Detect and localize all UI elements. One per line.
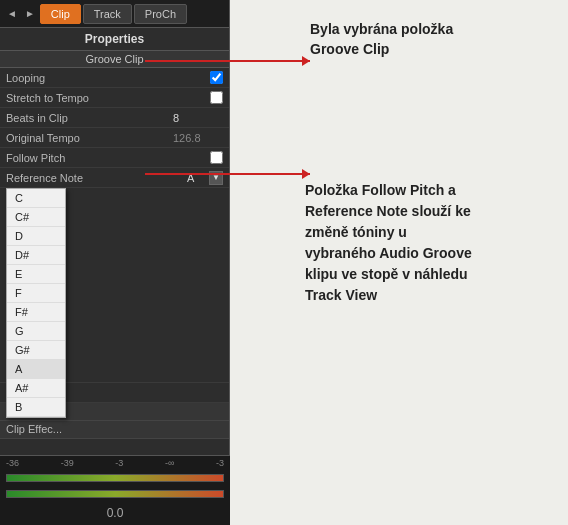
note-dropdown-menu: C C# D D# E F F# G G# A A# B bbox=[6, 188, 66, 418]
back-arrow[interactable]: ◄ bbox=[4, 6, 20, 21]
meter-bars-2 bbox=[0, 486, 230, 502]
annotation-follow-pitch: Položka Follow Pitch aReference Note slo… bbox=[305, 180, 558, 306]
bottom-meter: -36 -39 -3 -∞ -3 0.0 bbox=[0, 455, 230, 525]
annotation-2-text: Položka Follow Pitch aReference Note slo… bbox=[305, 182, 472, 303]
reference-note-row: Reference Note A ▼ C C# D D# E F F# G G#… bbox=[0, 168, 229, 188]
meter-scale: -36 -39 -3 -∞ -3 bbox=[0, 456, 230, 470]
original-tempo-value: 126.8 bbox=[173, 132, 223, 144]
looping-row: Looping bbox=[0, 68, 229, 88]
tab-proch[interactable]: ProCh bbox=[134, 4, 187, 24]
arrow-groove-clip bbox=[145, 60, 310, 62]
scale-mid: -39 bbox=[61, 458, 74, 468]
note-option-D[interactable]: D bbox=[7, 227, 65, 246]
stretch-checkbox[interactable] bbox=[210, 91, 223, 104]
annotation-1-text: Byla vybrána položkaGroove Clip bbox=[310, 21, 453, 57]
meter-bar-1 bbox=[6, 474, 224, 482]
stretch-label: Stretch to Tempo bbox=[6, 92, 210, 104]
beats-row: Beats in Clip 8 bbox=[0, 108, 229, 128]
note-option-A[interactable]: A bbox=[7, 360, 65, 379]
note-option-E[interactable]: E bbox=[7, 265, 65, 284]
follow-pitch-checkbox[interactable] bbox=[210, 151, 223, 164]
looping-label: Looping bbox=[6, 72, 210, 84]
meter-bars bbox=[0, 470, 230, 486]
inf-right: -∞ bbox=[165, 458, 174, 468]
tab-bar: ◄ ► Clip Track ProCh bbox=[0, 0, 229, 28]
follow-pitch-row: Follow Pitch bbox=[0, 148, 229, 168]
arrow-head-1 bbox=[302, 56, 310, 66]
clip-effects-section[interactable]: Clip Effec... bbox=[0, 421, 229, 439]
note-option-C[interactable]: C bbox=[7, 189, 65, 208]
scale-left: -36 bbox=[6, 458, 19, 468]
arrow-follow-pitch bbox=[145, 173, 310, 175]
scale-far-right: -3 bbox=[216, 458, 224, 468]
follow-pitch-label: Follow Pitch bbox=[6, 152, 210, 164]
level-display: 0.0 bbox=[0, 502, 230, 524]
meter-bar-2 bbox=[6, 490, 224, 498]
note-option-Fs[interactable]: F# bbox=[7, 303, 65, 322]
note-option-As[interactable]: A# bbox=[7, 379, 65, 398]
looping-checkbox[interactable] bbox=[210, 71, 223, 84]
note-option-G[interactable]: G bbox=[7, 322, 65, 341]
note-option-B[interactable]: B bbox=[7, 398, 65, 417]
properties-header: Properties bbox=[0, 28, 229, 50]
tab-clip[interactable]: Clip bbox=[40, 4, 81, 24]
note-option-Cs[interactable]: C# bbox=[7, 208, 65, 227]
forward-arrow[interactable]: ► bbox=[22, 6, 38, 21]
annotation-groove-clip: Byla vybrána položkaGroove Clip bbox=[310, 20, 558, 59]
left-panel: ◄ ► Clip Track ProCh Properties Groove C… bbox=[0, 0, 230, 525]
original-tempo-row: Original Tempo 126.8 bbox=[0, 128, 229, 148]
note-option-Ds[interactable]: D# bbox=[7, 246, 65, 265]
original-tempo-label: Original Tempo bbox=[6, 132, 173, 144]
groove-clip-header: Groove Clip bbox=[0, 50, 229, 68]
scale-right: -3 bbox=[115, 458, 123, 468]
beats-label: Beats in Clip bbox=[6, 112, 173, 124]
stretch-row: Stretch to Tempo bbox=[0, 88, 229, 108]
note-option-Gs[interactable]: G# bbox=[7, 341, 65, 360]
note-option-F[interactable]: F bbox=[7, 284, 65, 303]
tab-track[interactable]: Track bbox=[83, 4, 132, 24]
beats-value: 8 bbox=[173, 112, 223, 124]
arrow-head-2 bbox=[302, 169, 310, 179]
